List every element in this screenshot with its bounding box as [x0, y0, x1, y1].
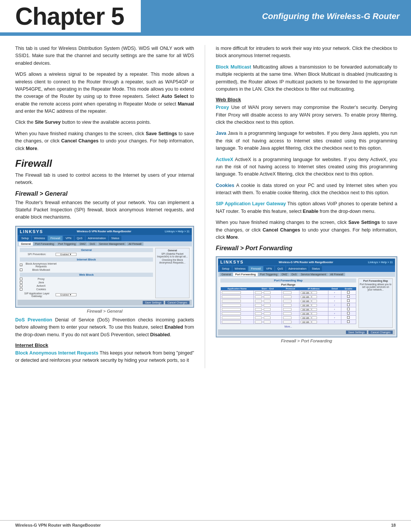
spi-label: SPI Prevention: — [20, 253, 54, 256]
firewall-heading: Firewall — [15, 158, 194, 169]
java-checkbox[interactable] — [20, 281, 22, 284]
pf-tab-dmz[interactable]: DMZ — [280, 273, 289, 276]
pf-tab-port-triggering[interactable]: Port Triggering — [258, 273, 279, 276]
tab-all-firewall[interactable]: All Firewall — [127, 242, 143, 246]
pf-tab-dos[interactable]: DoS — [290, 273, 299, 276]
spi-select[interactable]: Enabled ▼ — [56, 253, 76, 256]
router-ui-header: LINKSYS Wireless-G VPN Router with Range… — [18, 228, 192, 235]
router-ui-firewall-general: LINKSYS Wireless-G VPN Router with Range… — [15, 226, 194, 308]
nav-vpn[interactable]: VPN — [63, 236, 73, 241]
pf-tab-service-management[interactable]: Service Management — [299, 273, 328, 276]
block-multicast-checkbox[interactable] — [20, 268, 22, 271]
proxy-label: Proxy — [24, 278, 58, 280]
pf-nav-qos[interactable]: QoS — [275, 266, 285, 271]
nav-wireless[interactable]: Wireless — [32, 236, 48, 241]
pf-detail-1[interactable]: r — [328, 291, 341, 295]
pf-proto-1[interactable] — [282, 291, 299, 295]
router-body: General SPI Prevention: Enabled ▼ Intern… — [18, 246, 192, 300]
web-block-heading: Web Block — [216, 97, 397, 102]
col-protocol: Protocol — [282, 287, 299, 291]
intro-para-3: Click the Site Survey button to view the… — [15, 119, 194, 126]
more-link[interactable]: More... — [220, 325, 356, 328]
header-right: Configuring the Wireless-G Router — [141, 0, 411, 32]
pf-app-1[interactable] — [221, 291, 254, 295]
tab-port-triggering[interactable]: Port Triggering — [56, 242, 78, 246]
pf-nav-status[interactable]: Status — [309, 266, 322, 271]
cancel-changes-button[interactable]: Cancel Changes — [165, 301, 190, 304]
pf-tab-all-firewall[interactable]: All Firewall — [328, 273, 345, 276]
intro-para-1: This tab is used for Wireless Distributi… — [15, 45, 194, 67]
tab-service-management[interactable]: Service Management — [97, 242, 126, 246]
router-help-link[interactable]: Linksys > Help > 11 — [165, 230, 190, 233]
cookies-checkbox[interactable] — [20, 288, 22, 291]
pf-enable-1[interactable] — [341, 291, 356, 295]
block-multicast-text: Block Multicast Multicasting allows a tr… — [216, 64, 397, 93]
pf-router-header: LINKSYS Wireless-G VPN Router with Range… — [218, 259, 395, 265]
tab-dos[interactable]: DoS — [88, 242, 97, 246]
activex-checkbox[interactable] — [20, 284, 22, 287]
pf-checkbox-1[interactable] — [347, 291, 350, 294]
firewall-general-caption: Firewall > General — [15, 309, 194, 313]
spi-row: SPI Prevention: Enabled ▼ — [20, 253, 153, 256]
intro-para-4: When you have finished making changes to… — [15, 130, 194, 152]
main-content: This tab is used for Wireless Distributi… — [0, 36, 411, 377]
nav-qos[interactable]: QoS — [75, 236, 85, 241]
pf-cancel-changes-button[interactable]: Cancel Changes — [368, 331, 393, 334]
firewall-general-text: The Router's firewall enhances the secur… — [15, 199, 194, 221]
port-forwarding-caption: Firewall > Port Forwarding — [216, 339, 397, 343]
nav-admin[interactable]: Administration — [86, 236, 108, 241]
firewall-general-heading: Firewall > General — [15, 190, 194, 197]
router-footer: Save Settings Cancel Changes — [18, 300, 192, 305]
pf-router-footer: Save Settings Cancel Changes — [218, 329, 395, 335]
pf-row-8: ~ 192.168. r — [221, 320, 356, 324]
sip-select[interactable]: Enabled ▼ — [56, 293, 76, 296]
pf-router-body: Port Forwarding Map Port Range Applicati… — [218, 277, 395, 329]
router-ui-port-forwarding: LINKSYS Wireless-G VPN Router with Range… — [216, 256, 397, 337]
pf-help-link[interactable]: Linksys > Help > 11 — [368, 261, 393, 264]
pf-ip-1[interactable]: 192.168. — [299, 291, 328, 295]
block-anonymous-label: Block Anonymous Internet Requests — [15, 350, 98, 356]
cookies-label: Cookies — [216, 183, 234, 188]
col-ip: IP Address — [299, 287, 328, 291]
tab-port-forwarding[interactable]: Port Forwarding — [33, 242, 56, 246]
java-label: Java — [24, 281, 58, 284]
closing-text: When you have finished making changes to… — [216, 219, 397, 241]
router-logo: LINKSYS — [20, 229, 43, 234]
nav-status[interactable]: Status — [109, 236, 121, 241]
dos-prevention-text: DoS Prevention Denial of Service (DoS) P… — [15, 316, 194, 339]
pf-nav-firewall[interactable]: Firewall — [249, 266, 263, 271]
proxy-checkbox[interactable] — [20, 278, 22, 280]
pf-tab-port-forwarding[interactable]: Port Forwarding — [233, 273, 258, 276]
pf-nav-setup[interactable]: Setup — [220, 266, 232, 271]
block-anon-checkbox[interactable] — [20, 264, 22, 266]
dos-prevention-label: DoS Prevention — [15, 317, 52, 323]
header-subtitle: Configuring the Wireless-G Router — [262, 11, 400, 21]
pf-tab-general[interactable]: General — [220, 273, 233, 276]
nav-setup[interactable]: Setup — [19, 236, 31, 241]
pf-port-range-label: Port Range — [220, 283, 356, 286]
block-multicast-label: Block Multicast — [24, 268, 58, 271]
pf-nav-wireless[interactable]: Wireless — [233, 266, 248, 271]
nav-firewall[interactable]: Firewall — [48, 236, 62, 241]
pf-row-3: ~ 192.168. r — [221, 299, 356, 303]
sip-text: SIP Application Layer Gateway This optio… — [216, 200, 397, 215]
pf-nav-vpn[interactable]: VPN — [264, 266, 274, 271]
web-block-label: Web Block — [20, 273, 153, 277]
pf-row-7: ~ 192.168. r — [221, 316, 356, 320]
cookies-label: Cookies — [24, 288, 58, 291]
tab-general[interactable]: General — [19, 242, 33, 246]
pf-section-label: Port Forwarding Map — [220, 278, 356, 283]
block-multicast-row: Block Multicast — [20, 268, 153, 271]
pf-nav-admin[interactable]: Administration — [286, 266, 309, 271]
save-settings-button[interactable]: Save Settings — [143, 301, 164, 304]
block-multicast-label: Block Multicast — [216, 64, 251, 70]
pf-router-logo: LINKSYS — [220, 260, 244, 264]
pf-save-settings-button[interactable]: Save Settings — [346, 331, 367, 334]
footer-product: Wireless-G VPN Router with RangeBooster — [15, 523, 101, 527]
tab-dmz[interactable]: DMZ — [78, 242, 88, 246]
pf-row-4: ~ 192.168. r — [221, 303, 356, 307]
col-application: Application Name — [221, 287, 254, 291]
router-nav: Setup Wireless Firewall VPN QoS Administ… — [18, 235, 192, 241]
activex-text: ActiveX ActiveX is a programming languag… — [216, 156, 397, 178]
pf-ports-1[interactable]: ~ — [253, 291, 282, 295]
